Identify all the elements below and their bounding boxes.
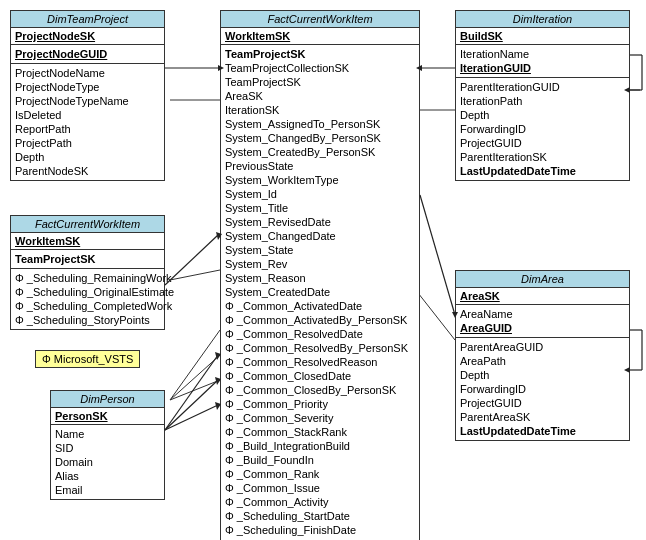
- svg-line-13: [170, 355, 220, 400]
- field-parentareaguid: ParentAreaGUID: [460, 340, 625, 354]
- field-activity: Φ _Common_Activity: [225, 495, 415, 509]
- field-parentnodesk: ParentNodeSK: [15, 164, 160, 178]
- field-sid: SID: [55, 441, 160, 455]
- field-systitle: System_Title: [225, 201, 415, 215]
- field-sched-remaining: Φ _Scheduling_RemainingWork: [15, 271, 160, 285]
- fact-current-work-item-small: FactCurrentWorkItem WorkItemSK TeamProje…: [10, 215, 165, 330]
- field-changedby: System_ChangedBy_PersonSK: [225, 131, 415, 145]
- field-area-projectguid: ProjectGUID: [460, 396, 625, 410]
- field-iteration-lastupdated: LastUpdatedDateTime: [460, 164, 625, 178]
- dim-iteration-body: ParentIterationGUID IterationPath Depth …: [456, 78, 629, 180]
- fact-cwi-main-pk: WorkItemSK: [221, 28, 419, 45]
- dim-iteration-header: DimIteration: [456, 11, 629, 28]
- field-reportpath: ReportPath: [15, 122, 160, 136]
- fact-current-work-item-main: FactCurrentWorkItem WorkItemSK TeamProje…: [220, 10, 420, 540]
- field-iterationsk: IterationSK: [225, 103, 415, 117]
- field-issue: Φ _Common_Issue: [225, 481, 415, 495]
- field-integrationbuild: Φ _Build_IntegrationBuild: [225, 439, 415, 453]
- fact-cwi-small-pk-fields: TeamProjectSK: [11, 250, 164, 269]
- dim-area-pk-fields: AreaName AreaGUID: [456, 305, 629, 338]
- field-sched-original: Φ _Scheduling_OriginalEstimate: [15, 285, 160, 299]
- svg-line-11: [170, 380, 220, 400]
- dim-person-header: DimPerson: [51, 391, 164, 408]
- field-startdate: Φ _Scheduling_StartDate: [225, 509, 415, 523]
- dim-team-project-title: DimTeamProject: [47, 13, 128, 25]
- field-areaguid: AreaGUID: [460, 321, 625, 335]
- field-prevstate: PreviousState: [225, 159, 415, 173]
- dim-area-body: ParentAreaGUID AreaPath Depth Forwarding…: [456, 338, 629, 440]
- field-sched-storypoints: Φ _Scheduling_StoryPoints: [15, 313, 160, 327]
- field-name: Name: [55, 427, 160, 441]
- fact-cwi-small-header: FactCurrentWorkItem: [11, 216, 164, 233]
- field-resolvedreason: Φ _Common_ResolvedReason: [225, 355, 415, 369]
- field-parentiterationsk: ParentIterationSK: [460, 150, 625, 164]
- svg-line-9: [170, 270, 220, 280]
- dim-person-pk: PersonSK: [51, 408, 164, 425]
- field-domain: Domain: [55, 455, 160, 469]
- dim-team-project-header: DimTeamProject: [11, 11, 164, 28]
- field-teamprojectcollsk: TeamProjectCollectionSK: [225, 61, 415, 75]
- field-iterationpath: IterationPath: [460, 94, 625, 108]
- field-teamprojectsk2: TeamProjectSK: [225, 75, 415, 89]
- field-severity: Φ _Common_Severity: [225, 411, 415, 425]
- dim-person-box: DimPerson PersonSK Name SID Domain Alias…: [50, 390, 165, 500]
- field-projectnodeguid: ProjectNodeGUID: [15, 47, 160, 61]
- field-createdby: System_CreatedBy_PersonSK: [225, 145, 415, 159]
- field-state: System_State: [225, 243, 415, 257]
- field-areaname: AreaName: [460, 307, 625, 321]
- field-area-forwardingid: ForwardingID: [460, 382, 625, 396]
- field-projectpath: ProjectPath: [15, 136, 160, 150]
- field-projectnodetypename: ProjectNodeTypeName: [15, 94, 160, 108]
- fact-cwi-small-body: Φ _Scheduling_RemainingWork Φ _Schedulin…: [11, 269, 164, 329]
- dim-area-box: DimArea AreaSK AreaName AreaGUID ParentA…: [455, 270, 630, 441]
- dim-team-project-pk: ProjectNodeSK: [11, 28, 164, 45]
- dim-team-project-pk-label: ProjectNodeSK: [15, 30, 95, 42]
- field-activateddate: Φ _Common_ActivatedDate: [225, 299, 415, 313]
- field-parentareask: ParentAreaSK: [460, 410, 625, 424]
- microsoft-vsts-label: Φ Microsoft_VSTS: [42, 353, 133, 365]
- field-iteration-forwardingid: ForwardingID: [460, 122, 625, 136]
- dim-area-pk: AreaSK: [456, 288, 629, 305]
- field-areapath: AreaPath: [460, 354, 625, 368]
- microsoft-vsts-box: Φ Microsoft_VSTS: [35, 350, 140, 368]
- field-sched-completed: Φ _Scheduling_CompletedWork: [15, 299, 160, 313]
- field-priority: Φ _Common_Priority: [225, 397, 415, 411]
- dim-iteration-box: DimIteration BuildSK IterationName Itera…: [455, 10, 630, 181]
- field-parentiterationguid: ParentIterationGUID: [460, 80, 625, 94]
- svg-line-23: [420, 195, 455, 315]
- dim-team-project-body: ProjectNodeName ProjectNodeType ProjectN…: [11, 64, 164, 180]
- field-teamprojectsk-small: TeamProjectSK: [15, 252, 160, 266]
- field-resolvedby: Φ _Common_ResolvedBy_PersonSK: [225, 341, 415, 355]
- field-iteration-depth: Depth: [460, 108, 625, 122]
- field-email: Email: [55, 483, 160, 497]
- field-area-depth: Depth: [460, 368, 625, 382]
- svg-line-29: [165, 235, 218, 285]
- field-reviseddate: System_RevisedDate: [225, 215, 415, 229]
- field-reason: System_Reason: [225, 271, 415, 285]
- fact-cwi-small-pk: WorkItemSK: [11, 233, 164, 250]
- field-activatedby: Φ _Common_ActivatedBy_PersonSK: [225, 313, 415, 327]
- fact-cwi-main-header: FactCurrentWorkItem: [221, 11, 419, 28]
- field-teamprojectsk: TeamProjectSK: [225, 47, 415, 61]
- dim-area-header: DimArea: [456, 271, 629, 288]
- field-sysid: System_Id: [225, 187, 415, 201]
- svg-line-14: [170, 330, 220, 400]
- field-depth: Depth: [15, 150, 160, 164]
- field-closeddate: Φ _Common_ClosedDate: [225, 369, 415, 383]
- svg-line-33: [165, 380, 218, 430]
- field-areask: AreaSK: [225, 89, 415, 103]
- dim-iteration-pk-fields: IterationName IterationGUID: [456, 45, 629, 78]
- svg-line-35: [165, 405, 218, 430]
- field-finishdate: Φ _Scheduling_FinishDate: [225, 523, 415, 537]
- fact-cwi-main-body: TeamProjectSK TeamProjectCollectionSK Te…: [221, 45, 419, 540]
- dim-iteration-pk: BuildSK: [456, 28, 629, 45]
- field-projectnodetype: ProjectNodeType: [15, 80, 160, 94]
- field-stackrank: Φ _Common_StackRank: [225, 425, 415, 439]
- dim-team-project-box: DimTeamProject ProjectNodeSK ProjectNode…: [10, 10, 165, 181]
- dim-team-project-pk-fields: ProjectNodeGUID: [11, 45, 164, 64]
- field-closedby: Φ _Common_ClosedBy_PersonSK: [225, 383, 415, 397]
- svg-line-31: [165, 355, 218, 430]
- field-rev: System_Rev: [225, 257, 415, 271]
- dim-person-body: Name SID Domain Alias Email: [51, 425, 164, 499]
- field-rank: Φ _Common_Rank: [225, 467, 415, 481]
